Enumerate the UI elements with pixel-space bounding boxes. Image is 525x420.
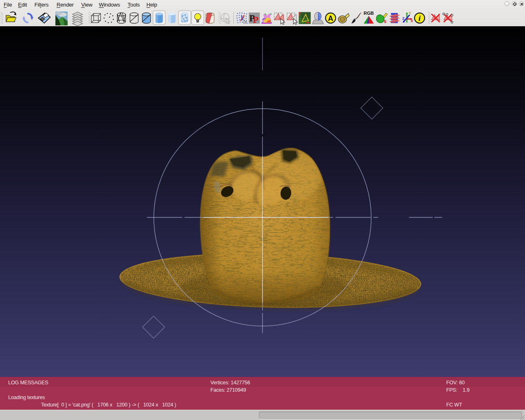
svg-text:P: P bbox=[253, 15, 259, 25]
svg-text:Z: Z bbox=[402, 16, 405, 21]
svg-text:Y: Y bbox=[409, 11, 411, 15]
svg-text:X: X bbox=[411, 19, 413, 23]
svg-text:s: s bbox=[384, 18, 387, 24]
svg-text:RGB: RGB bbox=[364, 11, 374, 16]
svg-text:i: i bbox=[418, 14, 421, 23]
svg-text:A: A bbox=[328, 14, 333, 23]
